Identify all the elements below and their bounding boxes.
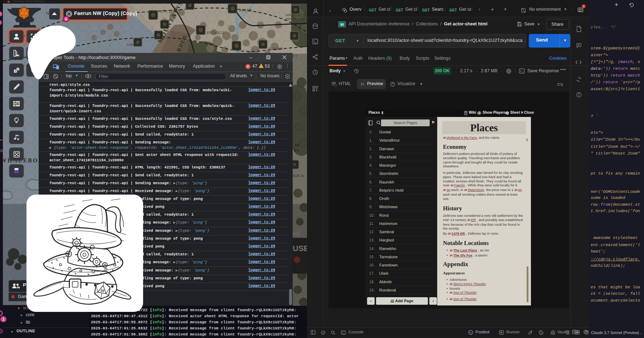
svg-text:20: 20 — [100, 289, 104, 293]
svg-text:V: V — [23, 11, 25, 14]
